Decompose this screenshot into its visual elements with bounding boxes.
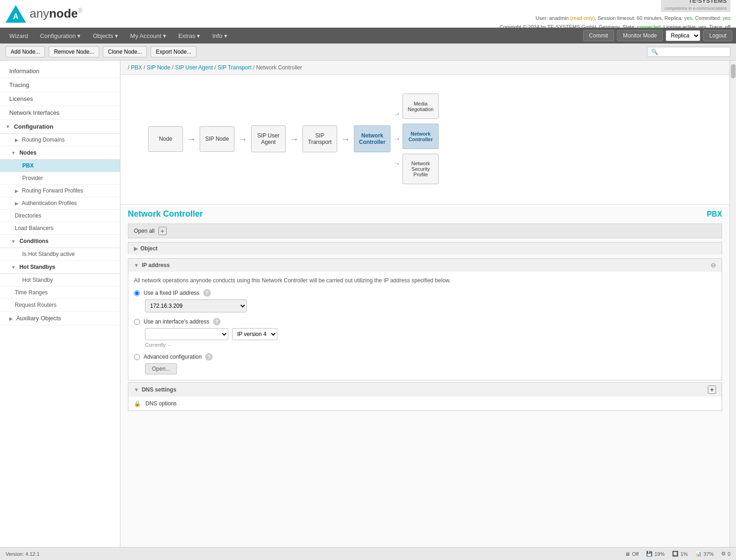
arrow-right-icon-ao: ▶ [9,316,13,321]
sidebar-item-auxiliary-objects[interactable]: ▶ Auxiliary Objects [0,311,120,325]
sidebar-item-routing-domains[interactable]: ▶ Routing Domains [0,134,120,146]
nav-right: Commit Monitor Mode Replica Logout [583,30,732,41]
diagram-node-network-controller-right[interactable]: NetworkController [403,124,439,149]
nav-objects[interactable]: Objects ▾ [87,30,124,42]
interface-ip-row: Use an interface's address ? [134,318,716,325]
ip-address-label: IP address [142,262,170,268]
breadcrumb-sip-user-agent[interactable]: SIP User Agent [175,64,213,71]
diagram-area: Node → SIP Node → SIP UserAgent → SIPTra… [120,75,730,205]
dns-label: DNS settings [142,386,176,393]
interface-ip-radio[interactable] [134,319,140,325]
sidebar-item-hot-standby-active[interactable]: Is Hot Standby active [0,248,120,261]
sidebar-item-licenses[interactable]: Licenses [0,92,120,106]
dns-header[interactable]: ▼ DNS settings + [128,383,722,397]
fixed-ip-select[interactable]: 172.16.3.209 [145,299,247,312]
replica-select[interactable]: Replica [666,30,700,41]
monitor-status: 🖥 Off [625,551,638,557]
sidebar-item-network-interfaces[interactable]: Network Interfaces [0,106,120,120]
object-section-header[interactable]: ▶ Object [128,242,722,255]
sidebar-section-nodes[interactable]: ▼ Nodes [0,146,120,160]
ip-collapse-icon[interactable]: ⊖ [711,261,716,269]
monitor-mode-button[interactable]: Monitor Mode [617,30,663,41]
connections-icon: ⚙ [721,551,726,557]
clone-node-button[interactable]: Clone Node... [103,46,147,57]
breadcrumb-pbx[interactable]: PBX [131,64,142,71]
ip-address-section: ▼ IP address ⊖ All network operations an… [128,258,722,380]
ip-description: All network operations anynode conducts … [134,277,716,284]
version-label: Version: 4.12.1 [6,551,39,557]
nav-left: Wizard Configuration ▾ Objects ▾ My Acco… [4,30,233,42]
logo-triangle: A [6,5,26,23]
toolbar: Add Node... Remove Node... Clone Node...… [0,44,736,61]
breadcrumb-sip-node[interactable]: SIP Node [147,64,170,71]
diagram-node-media-negotiation[interactable]: MediaNegotiation [403,93,439,119]
sidebar-item-hot-standby[interactable]: Hot Standby [0,274,120,286]
sidebar-item-directories[interactable]: Directories [0,210,120,222]
sidebar-item-routing-forward-profiles[interactable]: ▶ Routing Forward Profiles [0,185,120,197]
add-node-button[interactable]: Add Node... [6,46,45,57]
interface-ip-help-icon[interactable]: ? [213,318,220,325]
diagram-arrow-1: → [183,134,200,144]
arrow-up-right: → [392,109,402,119]
fixed-ip-radio[interactable] [134,290,140,296]
sidebar-section-conditions[interactable]: ▼ Conditions [0,235,120,248]
logo-text: anynode® [30,6,82,21]
interface-select[interactable] [145,328,228,340]
connections-value: 0 [728,551,730,557]
diagram-node-sip-user-agent[interactable]: SIP UserAgent [251,125,286,152]
open-button[interactable]: Open... [145,363,177,374]
scrollbar[interactable] [730,61,736,560]
sidebar-section-hot-standbys[interactable]: ▼ Hot Standbys [0,261,120,274]
nav-wizard[interactable]: Wizard [4,30,33,42]
breadcrumb-sip-transport[interactable]: SIP Transport [218,64,252,71]
committed-value: yes [723,15,730,21]
sidebar-item-load-balancers[interactable]: Load Balancers [0,222,120,235]
disk-value: 19% [654,551,665,557]
search-input[interactable] [647,47,730,57]
fixed-ip-label: Use a fixed IP address [144,290,200,296]
diagram-arrow-3: → [286,134,302,144]
nav-my-account[interactable]: My Account ▾ [125,30,172,42]
plus-icon[interactable]: + [158,227,167,235]
ip-address-header[interactable]: ▼ IP address ⊖ [128,258,722,272]
arrow-right-icon: ▶ [15,137,19,143]
memory-status: 📊 37% [695,551,714,557]
nav-configuration[interactable]: Configuration ▾ [34,30,86,42]
fixed-ip-help-icon[interactable]: ? [203,289,211,297]
dns-body: 🔒 DNS options [128,397,722,411]
export-node-button[interactable]: Export Node... [151,46,196,57]
sidebar-section-configuration[interactable]: ▼ Configuration [0,120,120,134]
advanced-config-help-icon[interactable]: ? [205,353,213,361]
sidebar-item-time-ranges[interactable]: Time Ranges [0,286,120,299]
remove-node-button[interactable]: Remove Node... [49,46,99,57]
diagram-node-sip-node[interactable]: SIP Node [200,126,234,152]
nav-info[interactable]: Info ▾ [207,30,233,42]
arrow-right-mid: → [393,135,401,143]
nav-extras[interactable]: Extras ▾ [173,30,206,42]
monitor-icon: 🖥 [625,551,630,557]
arrow-down-right: → [392,158,402,168]
dns-plus-icon[interactable]: + [708,386,716,394]
logo-area: A anynode® [6,5,82,23]
header-right: TE·SYSTEMScompetence in e-communications… [500,0,730,31]
dns-options-label: DNS options [145,400,176,407]
user-info: User: anadmin (read-only), Session timeo… [500,14,730,31]
diagram-node-network-controller[interactable]: NetworkController [354,125,390,152]
sidebar-item-pbx[interactable]: PBX [0,160,120,172]
scrollbar-thumb[interactable] [731,64,736,78]
sidebar-item-authentication-profiles[interactable]: ▶ Authentication Profiles [0,197,120,210]
sidebar-item-tracing[interactable]: Tracing [0,78,120,92]
sidebar-item-provider[interactable]: Provider [0,172,120,185]
diagram-node-network-security-profile[interactable]: NetworkSecurityProfile [403,154,439,184]
logout-button[interactable]: Logout [703,30,732,41]
open-all-bar[interactable]: Open all + [128,224,722,238]
sidebar-item-information[interactable]: Information [0,64,120,78]
commit-button[interactable]: Commit [583,30,614,41]
interface-ip-option: Use an interface's address ? IP version … [134,318,716,348]
diagram-node-sip-transport[interactable]: SIPTransport [302,125,337,152]
ip-version-select[interactable]: IP version 4 IP version 6 [232,328,277,340]
diagram-node-node[interactable]: Node [148,126,183,152]
advanced-config-radio[interactable] [134,354,140,360]
sidebar-item-request-routers[interactable]: Request Routers [0,299,120,311]
advanced-config-option: Advanced configuration ? Open... [134,353,716,374]
